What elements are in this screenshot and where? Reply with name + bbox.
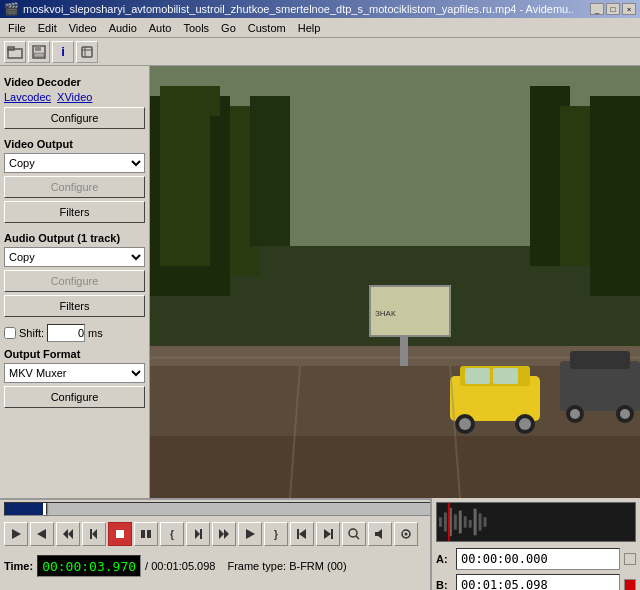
a-time-display: 00:00:00.000 (456, 548, 620, 570)
menu-bar: File Edit Video Audio Auto Tools Go Cust… (0, 18, 640, 38)
close-button[interactable]: × (622, 3, 636, 15)
a-label: A: (436, 553, 452, 565)
svg-line-60 (356, 536, 359, 539)
svg-rect-75 (484, 517, 487, 527)
b-label: B: (436, 579, 452, 590)
svg-rect-70 (459, 511, 462, 534)
b-time-value: 00:01:05.098 (461, 578, 548, 590)
audio-output-select[interactable]: Copy None MP3 AAC (4, 247, 145, 267)
audio-toggle-button[interactable] (368, 522, 392, 546)
menu-auto[interactable]: Auto (143, 20, 178, 36)
play-button[interactable] (4, 522, 28, 546)
svg-marker-45 (92, 529, 97, 539)
toolbar-info[interactable]: i (52, 41, 74, 63)
audio-output-select-row: Copy None MP3 AAC (4, 247, 145, 267)
fwd-frame-button[interactable] (186, 522, 210, 546)
svg-marker-62 (378, 529, 382, 539)
menu-help[interactable]: Help (292, 20, 327, 36)
svg-rect-17 (590, 96, 640, 296)
zoom-button[interactable] (342, 522, 366, 546)
title-bar: 🎬 moskvoi_sleposharyi_avtomobilist_ustro… (0, 0, 640, 18)
svg-rect-69 (454, 514, 457, 529)
mini-waveform (436, 502, 636, 542)
svg-marker-43 (68, 529, 73, 539)
video-output-filters-button[interactable]: Filters (4, 201, 145, 223)
minimize-button[interactable]: _ (590, 3, 604, 15)
rewind-button[interactable] (56, 522, 80, 546)
svg-rect-22 (400, 336, 408, 366)
svg-rect-49 (147, 530, 151, 538)
svg-marker-53 (224, 529, 229, 539)
svg-marker-52 (219, 529, 224, 539)
video-decoder-title: Video Decoder (4, 76, 145, 88)
menu-custom[interactable]: Custom (242, 20, 292, 36)
menu-video[interactable]: Video (63, 20, 103, 36)
shift-input[interactable] (47, 324, 85, 342)
svg-rect-46 (90, 529, 92, 539)
shift-checkbox[interactable] (4, 327, 16, 339)
svg-point-64 (405, 533, 408, 536)
prev-button[interactable] (30, 522, 54, 546)
audio-output-configure-button[interactable]: Configure (4, 270, 145, 292)
svg-rect-31 (493, 368, 518, 384)
extra-btn-1[interactable] (394, 522, 418, 546)
title-bar-controls[interactable]: _ □ × (590, 3, 636, 15)
toolbar-save[interactable] (28, 41, 50, 63)
svg-point-29 (519, 418, 531, 430)
svg-marker-50 (195, 529, 200, 539)
svg-marker-55 (299, 529, 306, 539)
lavcodec-link[interactable]: Lavcodec (4, 91, 51, 103)
xvid-link[interactable]: XVideo (57, 91, 92, 103)
audio-output-filters-button[interactable]: Filters (4, 295, 145, 317)
goto-end-button[interactable] (316, 522, 340, 546)
svg-text:ЗНАК: ЗНАК (375, 309, 396, 318)
svg-rect-20 (150, 356, 640, 359)
app-icon: 🎬 (4, 2, 19, 16)
fast-fwd-button[interactable] (212, 522, 236, 546)
audio-output-title: Audio Output (1 track) (4, 232, 145, 244)
menu-file[interactable]: File (2, 20, 32, 36)
back-frame-button[interactable] (82, 522, 106, 546)
total-time: / 00:01:05.098 (145, 560, 215, 572)
video-decoder-configure-button[interactable]: Configure (4, 107, 145, 129)
svg-marker-44 (63, 529, 68, 539)
toolbar: i (0, 38, 640, 66)
svg-marker-41 (12, 529, 21, 539)
video-output-configure-button[interactable]: Configure (4, 176, 145, 198)
output-format-select[interactable]: MKV Muxer AVI Muxer MP4 Muxer (4, 363, 145, 383)
menu-go[interactable]: Go (215, 20, 242, 36)
goto-start-button[interactable] (290, 522, 314, 546)
maximize-button[interactable]: □ (606, 3, 620, 15)
menu-audio[interactable]: Audio (103, 20, 143, 36)
svg-point-37 (620, 409, 630, 419)
svg-rect-5 (82, 47, 92, 57)
next-button[interactable] (238, 522, 262, 546)
frame-type: Frame type: B-FRM (00) (227, 560, 346, 572)
open-icon (7, 45, 23, 59)
menu-edit[interactable]: Edit (32, 20, 63, 36)
b-time-row: B: 00:01:05.098 (436, 574, 636, 590)
mark-out-button[interactable]: } (264, 522, 288, 546)
stop-button[interactable] (108, 522, 132, 546)
svg-rect-66 (439, 517, 442, 527)
config-icon (80, 45, 94, 59)
svg-rect-48 (141, 530, 145, 538)
record-button[interactable] (134, 522, 158, 546)
svg-rect-30 (465, 368, 490, 384)
a-indicator (624, 553, 636, 565)
svg-point-35 (570, 409, 580, 419)
mark-in-button[interactable]: { (160, 522, 184, 546)
main-area: Video Decoder Lavcodec XVideo Configure … (0, 66, 640, 498)
output-format-configure-button[interactable]: Configure (4, 386, 145, 408)
menu-tools[interactable]: Tools (177, 20, 215, 36)
video-output-select-row: Copy None OpenGL (4, 153, 145, 173)
video-area: ЗНАК (150, 66, 640, 498)
a-time-row: A: 00:00:00.000 (436, 548, 636, 570)
time-label: Time: (4, 560, 33, 572)
svg-rect-71 (464, 516, 467, 527)
toolbar-open[interactable] (4, 41, 26, 63)
save-icon (32, 45, 46, 59)
toolbar-config[interactable] (76, 41, 98, 63)
video-output-select[interactable]: Copy None OpenGL (4, 153, 145, 173)
output-format-title: Output Format (4, 348, 145, 360)
